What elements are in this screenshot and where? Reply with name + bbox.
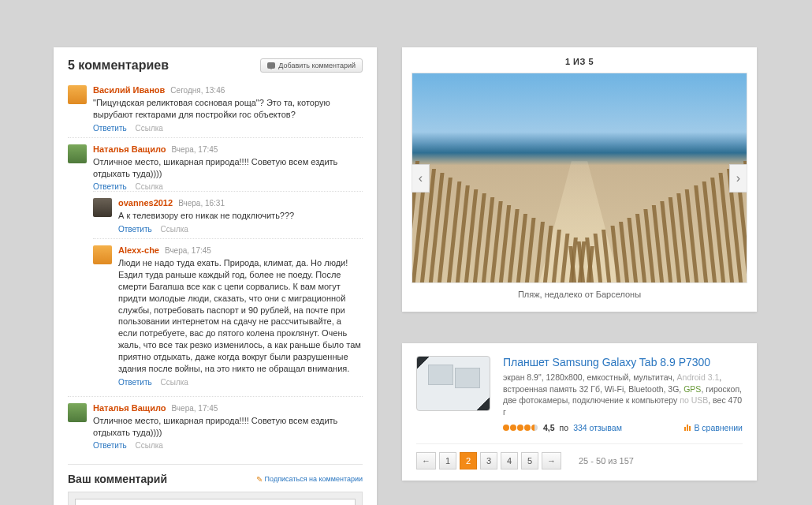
comment-author[interactable]: ovannes2012 — [118, 198, 173, 208]
comment-author[interactable]: Наталья Ващило — [93, 403, 166, 413]
comment-author[interactable]: Наталья Ващило — [93, 144, 166, 154]
gallery-prev-button[interactable]: ‹ — [412, 164, 430, 193]
reviews-link[interactable]: 334 отзывам — [573, 423, 622, 432]
gallery-next-button[interactable]: › — [729, 164, 747, 193]
permalink-link[interactable]: Ссылка — [161, 378, 188, 387]
comment: Василий Иванов Сегодня, 13:46 "Пицундска… — [68, 79, 363, 137]
reply-link[interactable]: Ответить — [118, 225, 152, 234]
avatar[interactable] — [93, 245, 112, 264]
avatar[interactable] — [68, 85, 87, 104]
product-thumbnail[interactable] — [416, 356, 490, 411]
reply-link[interactable]: Ответить — [93, 182, 127, 191]
comment-author[interactable]: Alexx-che — [118, 245, 159, 255]
permalink-link[interactable]: Ссылка — [136, 124, 163, 133]
subscribe-link[interactable]: ✎ Подписаться на комментарии — [256, 475, 363, 484]
comment-textarea[interactable] — [75, 499, 356, 505]
comment: Наталья Ващило Вчера, 17:45 Отличное мес… — [68, 137, 363, 396]
comment-nested: Alexx-che Вчера, 17:45 Люди не надо туда… — [93, 238, 363, 391]
subscribe-label: Подписаться на комментарии — [265, 475, 363, 483]
comment-text: Отличное место, шикарная природа!!!! Сов… — [93, 415, 363, 439]
reply-link[interactable]: Ответить — [118, 378, 152, 387]
pencil-icon: ✎ — [256, 475, 263, 484]
comment-text: Люди не надо туда ехать. Природа, климат… — [118, 257, 363, 374]
avatar[interactable] — [68, 144, 87, 163]
rating-value: 4,5 — [543, 423, 555, 432]
comment-form-heading: Ваш комментарий — [68, 473, 167, 485]
permalink-link[interactable]: Ссылка — [161, 225, 188, 234]
compare-link[interactable]: В сравнении — [684, 423, 743, 432]
comment-form: Ваш комментарий ✎ Подписаться на коммент… — [68, 464, 363, 505]
comments-heading: 5 комментариев — [68, 58, 169, 73]
page-3-button[interactable]: 3 — [480, 452, 497, 469]
add-comment-label: Добавить комментарий — [278, 62, 356, 69]
chevron-left-icon: ‹ — [419, 171, 423, 185]
chevron-right-icon: › — [736, 171, 740, 185]
arrow-right-icon: → — [547, 456, 556, 466]
avatar[interactable] — [68, 403, 87, 422]
comment-timestamp: Сегодня, 13:46 — [170, 86, 225, 95]
speech-bubble-icon — [267, 62, 275, 69]
page-next-button[interactable]: → — [542, 452, 561, 469]
page-5-button[interactable]: 5 — [521, 452, 538, 469]
avatar[interactable] — [93, 198, 112, 217]
product-panel: Планшет Samsung Galaxy Tab 8.9 P7300 экр… — [402, 343, 757, 481]
reply-link[interactable]: Ответить — [93, 441, 127, 450]
gallery-panel: 1 ИЗ 5 ‹ › Пляж, недалеко от Барселоны — [402, 47, 757, 312]
add-comment-button[interactable]: Добавить комментарий — [260, 58, 363, 73]
pagination: ← 1 2 3 4 5 → 25 - 50 из 157 — [416, 443, 743, 469]
comment-text: Отличное место, шикарная природа!!!! Сов… — [93, 156, 363, 180]
comment-author[interactable]: Василий Иванов — [93, 85, 165, 95]
comment-timestamp: Вчера, 16:31 — [178, 199, 225, 208]
rating-dots-icon — [503, 423, 538, 432]
page-4-button[interactable]: 4 — [501, 452, 518, 469]
comment-timestamp: Вчера, 17:45 — [172, 404, 218, 413]
gallery-counter: 1 ИЗ 5 — [412, 55, 747, 73]
bars-icon — [684, 425, 691, 431]
comment-text: А к телевизору его никак не подключить??… — [118, 210, 363, 222]
comment-text: "Пицундская реликтовая сосновая роща"? Э… — [93, 97, 363, 121]
permalink-link[interactable]: Ссылка — [136, 182, 163, 191]
arrow-left-icon: ← — [422, 456, 430, 466]
page-range-label: 25 - 50 из 157 — [579, 456, 634, 466]
page-prev-button[interactable]: ← — [416, 452, 436, 469]
comment-timestamp: Вчера, 17:45 — [172, 145, 218, 154]
gallery-frame: ‹ › — [412, 73, 747, 283]
comment-timestamp: Вчера, 17:45 — [165, 246, 211, 255]
reply-link[interactable]: Ответить — [93, 124, 127, 133]
comments-panel: 5 комментариев Добавить комментарий Васи… — [54, 47, 377, 505]
page-1-button[interactable]: 1 — [439, 452, 456, 469]
comment-nested: ovannes2012 Вчера, 16:31 А к телевизору … — [93, 191, 363, 238]
compare-label: В сравнении — [694, 423, 743, 432]
gallery-image — [412, 73, 747, 282]
comment: Наталья Ващило Вчера, 17:45 Отличное мес… — [68, 396, 363, 455]
gallery-caption: Пляж, недалеко от Барселоны — [412, 283, 747, 301]
product-title[interactable]: Планшет Samsung Galaxy Tab 8.9 P7300 — [503, 356, 743, 368]
page-2-button[interactable]: 2 — [460, 452, 477, 469]
permalink-link[interactable]: Ссылка — [136, 441, 163, 450]
product-description: экран 8.9", 1280x800, емкостный, мультит… — [503, 372, 743, 418]
